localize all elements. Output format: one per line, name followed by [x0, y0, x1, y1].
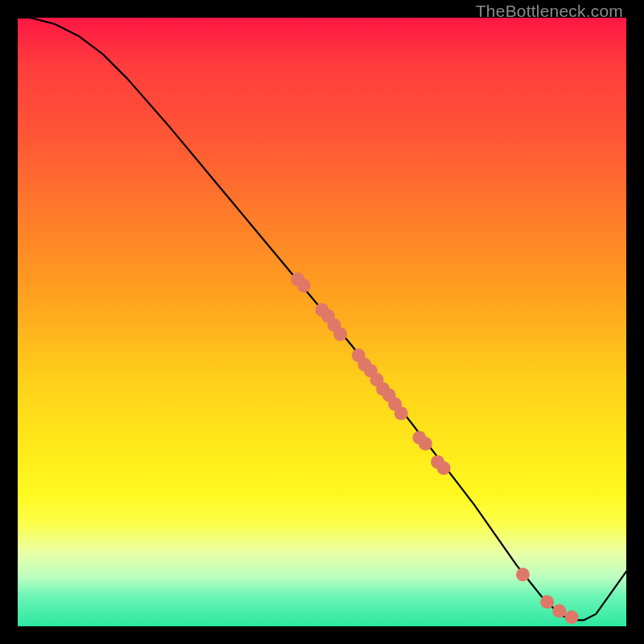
data-marker: [437, 461, 451, 475]
data-marker: [419, 437, 432, 451]
data-marker: [297, 279, 311, 292]
data-marker: [333, 328, 347, 341]
data-marker: [394, 407, 408, 420]
data-marker: [564, 610, 578, 624]
data-marker: [540, 595, 554, 609]
watermark-text: TheBottleneck.com: [476, 2, 623, 21]
marker-group: [291, 273, 578, 625]
curve-svg: [18, 18, 626, 626]
chart-root: TheBottleneck.com: [0, 0, 644, 644]
plot-area: [18, 18, 626, 626]
data-marker: [516, 568, 530, 581]
data-marker: [552, 605, 566, 618]
